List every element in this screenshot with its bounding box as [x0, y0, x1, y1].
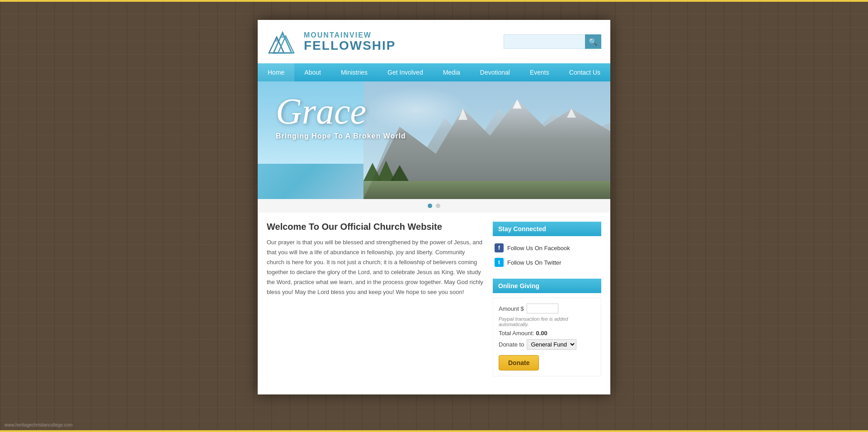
content-left: Welcome To Our Official Church Website O…	[267, 222, 484, 385]
fund-select[interactable]: General Fund	[527, 339, 576, 350]
nav-bar: Home About Ministries Get Involved Media…	[258, 63, 610, 81]
main-content: Welcome To Our Official Church Website O…	[258, 213, 610, 394]
twitter-icon: t	[495, 258, 504, 267]
nav-item-get-involved[interactable]: Get Involved	[377, 63, 433, 81]
search-icon: 🔍	[589, 38, 598, 46]
nav-item-about[interactable]: About	[294, 63, 331, 81]
logo-fellowship: FELLOWSHIP	[304, 39, 396, 52]
site-header: MOUNTAINVIEW FELLOWSHIP 🔍	[258, 20, 610, 63]
nav-item-contact[interactable]: Contact Us	[559, 63, 610, 81]
donate-button[interactable]: Donate	[499, 355, 539, 370]
twitter-label: Follow Us On Twitter	[507, 259, 561, 266]
online-giving-header: Online Giving	[493, 279, 601, 293]
amount-input[interactable]	[527, 304, 558, 313]
welcome-text: Our prayer is that you will be blessed a…	[267, 237, 484, 298]
donate-to-label: Donate to	[499, 341, 524, 348]
facebook-label: Follow Us On Facebook	[507, 245, 570, 252]
donate-to-row: Donate to General Fund	[499, 339, 595, 350]
slide-dot-1[interactable]	[428, 204, 432, 208]
hero-subtitle: Bringing Hope To A Broken World	[276, 132, 406, 140]
hero-grace-text: Grace	[276, 95, 406, 128]
search-button[interactable]: 🔍	[585, 34, 601, 49]
content-right: Stay Connected f Follow Us On Facebook t…	[493, 222, 601, 385]
total-value: 0.00	[536, 330, 547, 337]
logo-area: MOUNTAINVIEW FELLOWSHIP	[267, 28, 396, 55]
total-label: Total Amount:	[499, 330, 534, 337]
nav-item-home[interactable]: Home	[258, 63, 294, 81]
total-amount-row: Total Amount: 0.00	[499, 330, 595, 337]
hero-banner: Grace Bringing Hope To A Broken World	[258, 81, 610, 199]
watermark: www.heritagechristiancollege.com	[5, 423, 73, 427]
logo-text: MOUNTAINVIEW FELLOWSHIP	[304, 31, 396, 52]
stay-connected-widget: Stay Connected f Follow Us On Facebook t…	[493, 222, 601, 270]
svg-rect-11	[363, 181, 610, 199]
online-giving-widget: Online Giving Amount $ Paypal transactio…	[493, 279, 601, 376]
nav-item-devotional[interactable]: Devotional	[470, 63, 520, 81]
search-input[interactable]	[504, 34, 585, 49]
nav-item-media[interactable]: Media	[433, 63, 470, 81]
amount-label: Amount $	[499, 305, 524, 312]
search-area: 🔍	[504, 34, 601, 49]
nav-item-events[interactable]: Events	[520, 63, 559, 81]
hero-text: Grace Bringing Hope To A Broken World	[276, 95, 406, 140]
website-wrapper: MOUNTAINVIEW FELLOWSHIP 🔍 Home About Min…	[258, 20, 610, 394]
welcome-title: Welcome To Our Official Church Website	[267, 222, 484, 232]
stay-connected-header: Stay Connected	[493, 222, 601, 236]
slide-indicators	[258, 199, 610, 213]
slide-dot-2[interactable]	[436, 204, 440, 208]
facebook-link[interactable]: f Follow Us On Facebook	[493, 241, 601, 255]
logo-icon	[267, 28, 298, 55]
facebook-icon: f	[495, 243, 504, 252]
giving-form: Amount $ Paypal transaction fee is added…	[493, 298, 601, 376]
paypal-note: Paypal transaction fee is added automati…	[499, 316, 595, 327]
nav-item-ministries[interactable]: Ministries	[331, 63, 377, 81]
twitter-link[interactable]: t Follow Us On Twitter	[493, 255, 601, 270]
amount-row: Amount $	[499, 304, 595, 313]
